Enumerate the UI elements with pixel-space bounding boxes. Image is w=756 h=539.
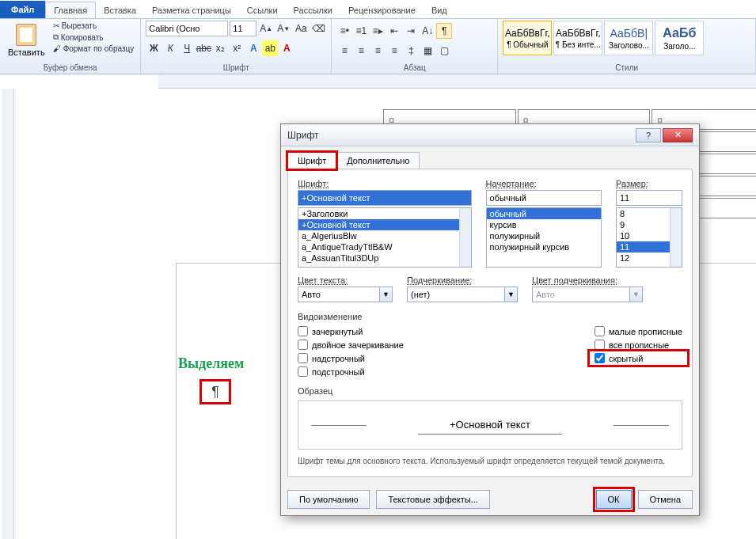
cb-allcaps[interactable]: все прописные bbox=[595, 340, 682, 350]
align-right-button[interactable]: ≡ bbox=[370, 43, 386, 59]
dropdown-icon: ▼ bbox=[505, 287, 518, 302]
dialog-tabs: Шрифт Дополнительно bbox=[281, 146, 699, 169]
align-center-button[interactable]: ≡ bbox=[353, 43, 369, 59]
tab-references[interactable]: Ссылки bbox=[239, 2, 286, 18]
size-input[interactable]: 11 bbox=[616, 190, 682, 206]
italic-button[interactable]: К bbox=[162, 40, 178, 56]
scrollbar[interactable] bbox=[670, 208, 682, 267]
group-styles-label: Стили bbox=[503, 63, 750, 74]
font-size-combo[interactable]: 11 bbox=[230, 21, 256, 36]
text-effects-button[interactable]: A bbox=[245, 40, 261, 56]
font-color-button[interactable]: A bbox=[279, 40, 294, 56]
sample-text: +Основной текст bbox=[418, 416, 562, 435]
grow-font-button[interactable]: A▲ bbox=[258, 21, 274, 36]
copy-button[interactable]: ⧉Копировать bbox=[51, 32, 136, 43]
default-button[interactable]: По умолчанию bbox=[287, 490, 370, 509]
tab-mailings[interactable]: Рассылки bbox=[286, 2, 340, 18]
cb-hidden[interactable]: скрытый bbox=[595, 353, 682, 363]
group-font: Calibri (Осно 11 A▲ A▼ Aa ⌫ Ж К Ч abc x₂… bbox=[141, 19, 332, 74]
format-painter-button[interactable]: 🖌Формат по образцу bbox=[51, 44, 136, 54]
copy-icon: ⧉ bbox=[53, 32, 59, 42]
strike-button[interactable]: abc bbox=[196, 40, 211, 56]
vertical-ruler[interactable] bbox=[2, 89, 14, 539]
indent-button[interactable]: ⇥ bbox=[403, 23, 419, 39]
underline-combo[interactable]: (нет)▼ bbox=[407, 287, 518, 302]
tab-review[interactable]: Рецензирование bbox=[340, 2, 424, 18]
font-input[interactable]: +Основной текст bbox=[298, 190, 472, 206]
bullets-button[interactable]: ≡• bbox=[336, 23, 352, 39]
numbering-button[interactable]: ≡1 bbox=[353, 23, 369, 39]
style-heading2[interactable]: АаБбЗаголо... bbox=[655, 21, 704, 55]
paste-button[interactable]: Вставить bbox=[5, 21, 48, 60]
ok-button[interactable]: ОК bbox=[596, 490, 632, 509]
sample-preview: +Основной текст bbox=[298, 400, 682, 450]
font-color-combo[interactable]: Авто▼ bbox=[298, 287, 393, 302]
style-option[interactable]: полужирный bbox=[487, 230, 601, 241]
font-listbox[interactable]: +Заголовки +Основной текст a_AlgeriusBlw… bbox=[298, 207, 472, 268]
style-option[interactable]: курсив bbox=[487, 219, 601, 230]
group-font-label: Шрифт bbox=[146, 63, 326, 74]
font-option[interactable]: a_AlgeriusBlw bbox=[298, 230, 471, 241]
tab-insert[interactable]: Вставка bbox=[96, 2, 144, 18]
font-option[interactable]: +Заголовки bbox=[298, 208, 471, 219]
line-spacing-button[interactable]: ‡ bbox=[403, 43, 419, 59]
dropdown-icon: ▼ bbox=[380, 287, 393, 302]
underline-button[interactable]: Ч bbox=[179, 40, 195, 56]
shading-button[interactable]: ▦ bbox=[420, 43, 435, 59]
dropdown-icon: ▼ bbox=[630, 287, 643, 302]
cb-superscript[interactable]: надстрочный bbox=[298, 353, 404, 363]
cancel-button[interactable]: Отмена bbox=[638, 490, 693, 509]
bold-button[interactable]: Ж bbox=[146, 40, 161, 56]
style-option[interactable]: обычный bbox=[487, 208, 601, 219]
pilcrow-highlight: ¶ bbox=[199, 379, 231, 404]
tab-file[interactable]: Файл bbox=[0, 1, 45, 18]
text-effects-button[interactable]: Текстовые эффекты... bbox=[376, 490, 490, 509]
change-case-button[interactable]: Aa bbox=[293, 21, 309, 36]
subscript-button[interactable]: x₂ bbox=[212, 40, 228, 56]
close-button[interactable]: ✕ bbox=[663, 128, 693, 142]
style-listbox[interactable]: обычный курсив полужирный полужирный кур… bbox=[486, 207, 602, 268]
size-listbox[interactable]: 8 9 10 11 12 bbox=[616, 207, 682, 268]
highlight-button[interactable]: ab bbox=[262, 40, 278, 56]
font-name-combo[interactable]: Calibri (Осно bbox=[146, 21, 228, 36]
superscript-button[interactable]: x² bbox=[229, 40, 245, 56]
horizontal-ruler[interactable] bbox=[158, 74, 756, 89]
group-paragraph: ≡• ≡1 ≡▸ ⇤ ⇥ A↓ ¶ ≡ ≡ ≡ ≡ ‡ ▦ ▢ Абзац bbox=[332, 19, 498, 74]
style-no-spacing[interactable]: АаБбВвГг,¶ Без инте... bbox=[553, 21, 602, 55]
cb-strike[interactable]: зачеркнутый bbox=[298, 326, 404, 336]
justify-button[interactable]: ≡ bbox=[386, 43, 402, 59]
cb-smallcaps[interactable]: малые прописные bbox=[595, 326, 682, 336]
cb-subscript[interactable]: подстрочный bbox=[298, 366, 404, 377]
tab-home[interactable]: Главная bbox=[45, 2, 96, 18]
style-input[interactable]: обычный bbox=[486, 190, 602, 206]
align-left-button[interactable]: ≡ bbox=[336, 43, 352, 59]
scrollbar[interactable] bbox=[459, 208, 471, 267]
show-marks-button[interactable]: ¶ bbox=[436, 23, 452, 39]
font-option[interactable]: +Основной текст bbox=[298, 219, 471, 230]
shrink-font-button[interactable]: A▼ bbox=[275, 21, 291, 36]
clear-format-button[interactable]: ⌫ bbox=[310, 21, 326, 36]
multilevel-button[interactable]: ≡▸ bbox=[370, 23, 386, 39]
dialog-tab-font[interactable]: Шрифт bbox=[287, 152, 336, 169]
style-option[interactable]: полужирный курсив bbox=[487, 241, 601, 252]
font-option[interactable]: a_AntiqueTradyTtlB&W bbox=[298, 241, 471, 252]
font-option[interactable]: a_AssuanTitul3DUp bbox=[298, 252, 471, 264]
help-button[interactable]: ? bbox=[636, 128, 661, 142]
sort-button[interactable]: A↓ bbox=[420, 23, 435, 39]
tab-view[interactable]: Вид bbox=[424, 2, 455, 18]
cut-button[interactable]: ✂Вырезать bbox=[51, 21, 136, 31]
size-label: Размер: bbox=[616, 179, 682, 188]
outdent-button[interactable]: ⇤ bbox=[386, 23, 402, 39]
dialog-titlebar[interactable]: Шрифт ? ✕ bbox=[281, 124, 699, 146]
ribbon-tabs: Файл Главная Вставка Разметка страницы С… bbox=[0, 0, 756, 19]
scissors-icon: ✂ bbox=[53, 21, 59, 30]
sample-description: Шрифт темы для основного текста. Использ… bbox=[298, 456, 682, 467]
cb-double-strike[interactable]: двойное зачеркивание bbox=[298, 340, 404, 350]
borders-button[interactable]: ▢ bbox=[436, 43, 452, 59]
style-heading1[interactable]: АаБбВ|Заголово... bbox=[604, 21, 653, 55]
tab-layout[interactable]: Разметка страницы bbox=[144, 2, 239, 18]
font-dialog: Шрифт ? ✕ Шрифт Дополнительно Шрифт: +Ос… bbox=[280, 123, 700, 516]
style-normal[interactable]: АаБбВвГг,¶ Обычный bbox=[503, 21, 552, 55]
dialog-body: Шрифт: +Основной текст +Заголовки +Основ… bbox=[287, 169, 693, 477]
dialog-tab-advanced[interactable]: Дополнительно bbox=[336, 152, 420, 169]
